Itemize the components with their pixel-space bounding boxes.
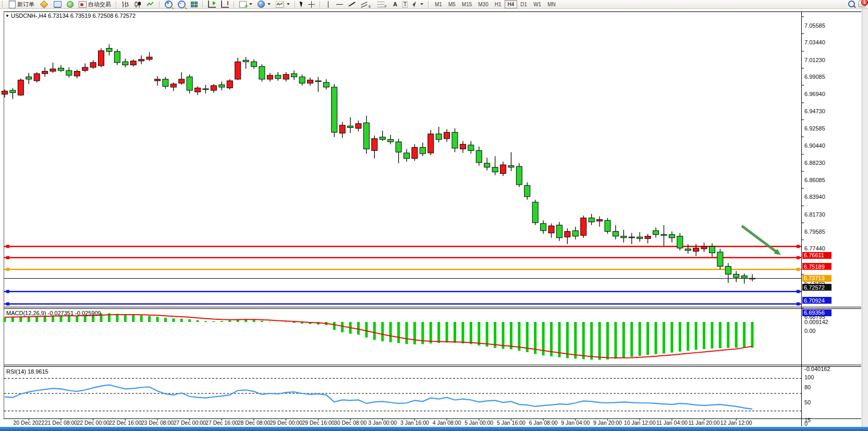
candle-body[interactable]: [283, 75, 289, 79]
candle-body[interactable]: [565, 232, 570, 237]
candle-body[interactable]: [444, 133, 450, 139]
target-line-1-handle[interactable]: [6, 290, 9, 293]
candle-body[interactable]: [669, 235, 675, 238]
candle-body[interactable]: [187, 77, 192, 90]
candle-body[interactable]: [581, 218, 586, 235]
candle-body[interactable]: [404, 153, 410, 159]
candle-body[interactable]: [10, 90, 16, 93]
resistance-line-2-handle[interactable]: [6, 256, 9, 259]
candle-body[interactable]: [2, 91, 8, 94]
candle-body[interactable]: [508, 165, 514, 167]
candle-body[interactable]: [725, 266, 731, 274]
candle-body[interactable]: [291, 74, 297, 77]
annotation-arrow-shaft[interactable]: [742, 226, 778, 253]
candle-body[interactable]: [66, 70, 72, 75]
candle-body[interactable]: [372, 139, 377, 151]
candle-body[interactable]: [750, 278, 755, 279]
candle-body[interactable]: [235, 62, 241, 79]
candle-body[interactable]: [203, 89, 209, 90]
candle-body[interactable]: [227, 81, 233, 88]
charts-button[interactable]: [38, 0, 51, 9]
candle-body[interactable]: [34, 74, 40, 81]
candle-body[interactable]: [323, 82, 329, 87]
candle-body[interactable]: [26, 77, 32, 79]
candle-body[interactable]: [436, 134, 442, 140]
candle-body[interactable]: [701, 246, 707, 249]
candle-body[interactable]: [90, 63, 96, 67]
arrow-tools-button[interactable]: [411, 0, 425, 9]
market-watch-button[interactable]: [52, 0, 64, 9]
candle-body[interactable]: [452, 133, 458, 148]
candle-body[interactable]: [685, 249, 691, 250]
crosshair-tool-button[interactable]: [306, 0, 317, 9]
candle-body[interactable]: [613, 232, 618, 236]
candle-body[interactable]: [315, 81, 321, 82]
candle-body[interactable]: [50, 69, 56, 71]
auto-trading-button[interactable]: 自动交易: [77, 0, 113, 9]
candle-body[interactable]: [259, 66, 265, 79]
candle-body[interactable]: [82, 67, 88, 70]
candle-body[interactable]: [179, 79, 185, 83]
chart-collapse-icon[interactable]: ▼: [5, 14, 9, 18]
target-line-1-handle[interactable]: [797, 290, 800, 293]
candle-body[interactable]: [211, 86, 216, 90]
resistance-line-1-handle[interactable]: [797, 245, 800, 248]
bar-chart-mode-button[interactable]: [119, 0, 131, 9]
indicators-button[interactable]: [274, 0, 292, 9]
candle-body[interactable]: [42, 71, 48, 74]
channel-tool-button[interactable]: E: [359, 0, 374, 9]
candle-body[interactable]: [637, 237, 643, 238]
periods-button[interactable]: [255, 0, 273, 9]
timeframe-button-d1[interactable]: D1: [517, 0, 530, 8]
candle-body[interactable]: [589, 218, 594, 222]
candle-body[interactable]: [709, 246, 715, 253]
candle-body[interactable]: [74, 71, 80, 76]
candle-body[interactable]: [677, 236, 683, 248]
candle-body[interactable]: [460, 144, 466, 149]
candle-body[interactable]: [163, 79, 168, 87]
candle-body[interactable]: [380, 137, 385, 140]
candle-body[interactable]: [621, 236, 627, 238]
candle-body[interactable]: [572, 231, 578, 236]
text-tool-button[interactable]: A: [391, 0, 399, 9]
candle-body[interactable]: [243, 60, 249, 62]
resistance-line-1-handle[interactable]: [6, 245, 9, 248]
auto-scroll-button[interactable]: [206, 0, 218, 9]
candle-body[interactable]: [412, 147, 418, 158]
candle-body[interactable]: [516, 166, 522, 185]
candle-body[interactable]: [524, 185, 530, 196]
candle-body[interactable]: [219, 85, 225, 87]
candle-body[interactable]: [339, 125, 345, 133]
candle-body[interactable]: [733, 274, 739, 278]
candle-body[interactable]: [363, 123, 369, 149]
candle-body[interactable]: [170, 84, 176, 87]
candle-body[interactable]: [605, 220, 610, 231]
support-line-orange-handle[interactable]: [6, 268, 9, 271]
candle-body[interactable]: [556, 225, 562, 237]
candle-body[interactable]: [275, 75, 281, 78]
text-label-tool-button[interactable]: T: [400, 0, 410, 9]
tile-windows-button[interactable]: [189, 0, 200, 9]
zoom-in-button[interactable]: +: [163, 0, 175, 9]
target-line-2-handle[interactable]: [797, 302, 800, 305]
candle-body[interactable]: [146, 57, 152, 59]
candlestick-mode-button[interactable]: [132, 0, 143, 9]
timeframe-button-m15[interactable]: M15: [459, 0, 475, 8]
candle-body[interactable]: [693, 248, 699, 251]
candle-body[interactable]: [154, 79, 160, 81]
candle-body[interactable]: [267, 75, 273, 79]
support-line-orange-handle[interactable]: [797, 268, 800, 271]
candle-body[interactable]: [741, 276, 747, 279]
candle-body[interactable]: [597, 220, 603, 221]
zoom-out-button[interactable]: -: [176, 0, 188, 9]
timeframe-button-h1[interactable]: H1: [492, 0, 505, 8]
candle-body[interactable]: [500, 165, 506, 174]
line-chart-mode-button[interactable]: [144, 0, 156, 9]
vertical-line-tool-button[interactable]: [323, 0, 333, 9]
candle-body[interactable]: [388, 139, 394, 142]
timeframe-button-w1[interactable]: W1: [530, 0, 544, 8]
candle-body[interactable]: [123, 62, 128, 65]
timeframe-button-m5[interactable]: M5: [445, 0, 459, 8]
candle-body[interactable]: [130, 61, 136, 65]
chat-icon[interactable]: 1: [858, 1, 866, 7]
